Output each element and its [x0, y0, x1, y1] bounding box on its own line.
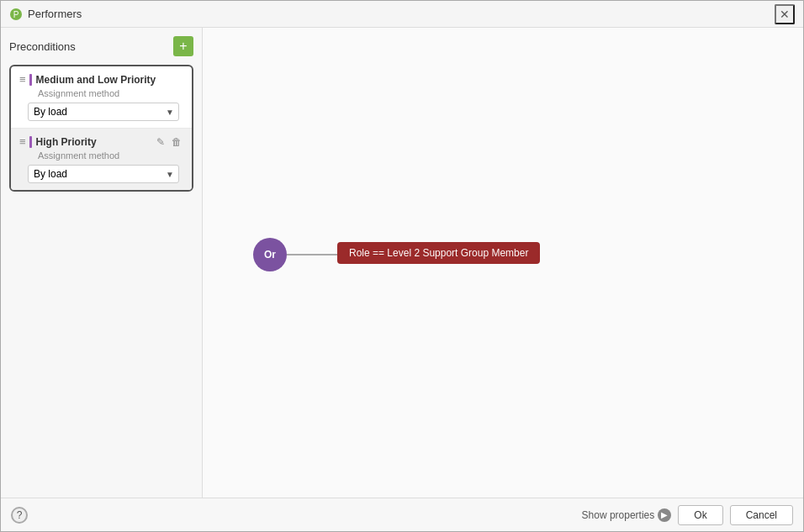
condition-high: ≡ High Priority ✎ 🗑 Assignment method By…: [11, 129, 192, 190]
edit-condition-high-button[interactable]: ✎: [155, 136, 167, 148]
condition-subtitle-high: Assignment method: [38, 150, 183, 161]
condition-subtitle-medium-low: Assignment method: [38, 88, 183, 98]
help-icon-label: ?: [17, 509, 23, 521]
add-precondition-button[interactable]: +: [173, 36, 193, 56]
condition-select-wrapper-medium-low: By load Round robin Least busy ▼: [28, 103, 179, 121]
main-canvas: Or Role == Level 2 Support Group Member: [203, 28, 803, 498]
cancel-button[interactable]: Cancel: [730, 505, 793, 525]
preconditions-header: Preconditions +: [9, 36, 193, 56]
show-properties-label: Show properties: [582, 509, 655, 521]
conditions-box: ≡ Medium and Low Priority Assignment met…: [9, 65, 193, 192]
drag-icon-high: ≡: [19, 135, 26, 148]
condition-high-header: ≡ High Priority ✎ 🗑: [19, 135, 183, 148]
condition-medium-low: ≡ Medium and Low Priority Assignment met…: [11, 66, 192, 129]
ok-button[interactable]: Ok: [678, 505, 722, 525]
condition-select-medium-low[interactable]: By load Round robin Least busy: [28, 103, 179, 121]
condition-title-high: High Priority: [36, 136, 155, 148]
bottom-bar: ? Show properties ▶ Ok Cancel: [1, 498, 803, 531]
bottom-right: Show properties ▶ Ok Cancel: [582, 505, 793, 525]
window-title: Performers: [28, 8, 775, 20]
condition-select-wrapper-high: By load Round robin Least busy ▼: [28, 165, 179, 183]
preconditions-label: Preconditions: [9, 40, 76, 53]
connector-line: [287, 254, 337, 255]
content-area: Preconditions + ≡ Medium and Low Priorit…: [1, 28, 803, 498]
app-icon: P: [9, 8, 23, 21]
close-button[interactable]: ✕: [775, 4, 795, 24]
condition-select-high[interactable]: By load Round robin Least busy: [28, 165, 179, 183]
performers-window: P Performers ✕ Preconditions + ≡ Medium …: [0, 0, 804, 532]
left-panel: Preconditions + ≡ Medium and Low Priorit…: [1, 28, 203, 498]
help-button[interactable]: ?: [11, 507, 28, 524]
show-properties-link[interactable]: Show properties ▶: [582, 508, 672, 522]
role-tag[interactable]: Role == Level 2 Support Group Member: [337, 242, 540, 264]
delete-condition-high-button[interactable]: 🗑: [170, 136, 183, 148]
condition-bar-high: [29, 136, 32, 148]
or-label: Or: [264, 249, 276, 261]
role-tag-label: Role == Level 2 Support Group Member: [349, 247, 528, 259]
condition-bar-medium-low: [29, 74, 32, 86]
svg-text:P: P: [13, 10, 19, 19]
or-node[interactable]: Or: [253, 238, 287, 271]
condition-action-icons-high: ✎ 🗑: [155, 136, 183, 148]
show-properties-arrow-icon: ▶: [658, 508, 671, 522]
condition-title-medium-low: Medium and Low Priority: [36, 74, 183, 86]
condition-medium-low-header: ≡ Medium and Low Priority: [19, 73, 183, 86]
drag-icon-medium-low: ≡: [19, 73, 26, 86]
show-properties-icon-glyph: ▶: [661, 510, 668, 519]
title-bar: P Performers ✕: [1, 1, 803, 28]
